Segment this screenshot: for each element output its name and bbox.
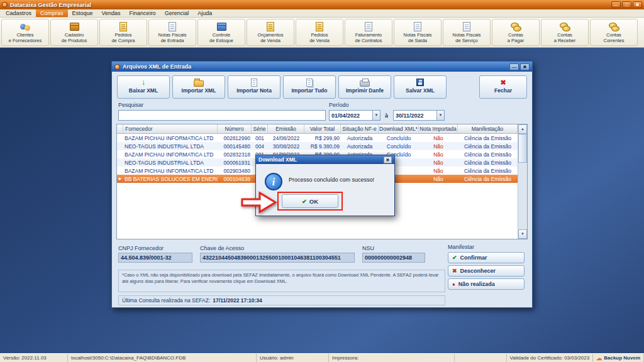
status-printer: Impressora: [329, 354, 455, 362]
importar-xml-button[interactable]: Importar XML [172, 75, 225, 99]
menu-estoque[interactable]: Estoque [68, 9, 97, 17]
scroll-up-icon[interactable]: ▲ [518, 124, 527, 134]
toolbar-button-pedidos-venda[interactable]: Pedidosde Venda [296, 19, 343, 46]
backup-nuvem-button[interactable]: ☁ Backup Nuvem [593, 354, 644, 362]
nao-realizada-button[interactable]: ● Não realizada [448, 278, 525, 290]
header-emissao[interactable]: Emissão [268, 124, 304, 133]
cnpj-label: CNPJ Fornecedor [118, 245, 164, 251]
scrollbar-thumb[interactable] [518, 134, 527, 163]
baixar-xml-button[interactable]: ↓ Baixar XML [117, 75, 170, 99]
status-user: Usuário: admin [257, 354, 329, 362]
confirmar-button[interactable]: ✔ Confirmar [448, 252, 525, 263]
cell-numero: 002832318 [218, 150, 252, 158]
scroll-down-icon[interactable]: ▼ [518, 229, 527, 239]
sefaz-note: *Caso o XML não seja disponibilizado par… [118, 270, 445, 292]
cell-importada: Não [419, 175, 458, 183]
search-input[interactable] [118, 110, 326, 121]
toolbar-button-contas-receber[interactable]: Contasa Receber [541, 19, 589, 46]
toolbar-button-nf-servico[interactable]: Notas Fiscaisde Serviço [443, 19, 491, 46]
circle-icon: ● [452, 282, 455, 287]
menu-cadastros[interactable]: Cadastros [1, 9, 36, 17]
sales-quote-icon [267, 21, 274, 32]
table-row[interactable]: NEO-TAGUS INDUSTRIAL LTDA 000145480 004 … [117, 142, 518, 150]
status-database-path: localhost/3050:C:\Datacaixa_FAQ\BD\BANCO… [68, 354, 257, 362]
app-title: Datacaixa Gestão Empresarial [10, 2, 91, 8]
minimize-button[interactable]: — [611, 1, 621, 8]
products-icon [70, 21, 79, 32]
header-situacao[interactable]: Situação NF-e [341, 124, 379, 133]
window-close-button[interactable]: ✖ [520, 63, 530, 70]
cell-manifestacao: Ciência da Emissão [458, 142, 518, 150]
toolbar-button-nf-entrada[interactable]: Notas Fiscaisde Entrada [148, 19, 196, 46]
fechar-button[interactable]: ✖ Fechar [479, 75, 527, 99]
toolbar-button-clientes-fornecedores[interactable]: Clientese Fornecedores [1, 19, 49, 46]
cell-importada: Não [419, 167, 458, 175]
header-download[interactable]: Download XML* [379, 124, 419, 133]
statusbar: Versão: 2022.11.03 localhost/3050:C:\Dat… [0, 353, 644, 362]
menu-ajuda[interactable]: Ajuda [193, 9, 216, 17]
toolbar-button-orcamentos-venda[interactable]: Orçamentosde Venda [247, 19, 294, 46]
cell-valor: R$ 299,90 [304, 134, 341, 142]
close-button[interactable]: ✖ [633, 1, 642, 8]
table-header-row: Fornecedor Número Série Emissão Valor To… [117, 124, 518, 134]
chave-value: 4322104450483900013255001000104638110030… [200, 253, 355, 263]
toolbar-button-controle-estoque[interactable]: Controlede Estoque [197, 19, 245, 46]
window-icon [114, 64, 120, 70]
importar-nota-button[interactable]: Importar Nota [228, 75, 280, 99]
dialog-message: Processo concluído com sucesso! [289, 177, 374, 183]
salvar-xml-button[interactable]: Salvar XML [394, 75, 447, 99]
manifestar-label: Manifestar [448, 244, 530, 250]
period-to-input[interactable]: 30/11/2022 ▼ [393, 110, 445, 121]
cell-numero: 000145480 [218, 142, 252, 150]
cell-numero: 002812990 [218, 134, 252, 142]
status-spacer [455, 354, 507, 362]
periodo-label: Período [329, 102, 349, 108]
header-importada[interactable]: Nota Importada [419, 124, 458, 133]
dialog-close-button[interactable]: ✖ [384, 156, 392, 163]
accounts-icon [609, 21, 619, 32]
cloud-icon: ☁ [596, 355, 602, 361]
toolbar-button-contas-pagar[interactable]: Contasa Pagar [492, 19, 540, 46]
menu-compras[interactable]: Compras [36, 9, 68, 17]
toolbar-button-pedidos-compra[interactable]: Pedidosde Compra [99, 19, 147, 46]
header-numero[interactable]: Número [218, 124, 252, 133]
period-separator: à [385, 112, 388, 119]
importar-tudo-button[interactable]: Importar Tudo [283, 75, 336, 99]
chevron-down-icon[interactable]: ▼ [372, 111, 380, 120]
toolbar-button-nf-saida[interactable]: Notas Fiscaisde Saída [394, 19, 441, 46]
toolbar-button-faturamento-contratos[interactable]: Faturamentode Contratos [345, 19, 392, 46]
annotation-highlight-box: ✔ OK [277, 192, 343, 211]
nsu-value: 000000000002948 [362, 253, 425, 263]
desconhecer-button[interactable]: ✖ Desconhecer [448, 265, 525, 277]
cell-valor: R$ 9.380,09 [304, 142, 341, 150]
header-manifestacao[interactable]: Manifestação [458, 124, 518, 133]
table-row[interactable]: BAZAM PICHAU INFORMATICA LTD 002812990 0… [117, 134, 518, 142]
header-fornecedor[interactable]: Fornecedor [123, 124, 218, 133]
period-from-input[interactable]: 01/04/2022 ▼ [329, 110, 380, 121]
vertical-scrollbar[interactable]: ▲ ▼ [518, 124, 527, 239]
cell-manifestacao: Ciência da Emissão [458, 175, 518, 183]
cell-manifestacao: Ciência da Emissão [458, 167, 518, 175]
cell-fornecedor: NEO-TAGUS INDUSTRIAL LTDA [123, 158, 218, 167]
imprimir-danfe-button[interactable]: Imprimir Danfe [338, 75, 391, 99]
window-minimize-button[interactable]: — [509, 63, 519, 70]
ok-button[interactable]: ✔ OK [282, 194, 338, 208]
document-icon [251, 78, 257, 87]
cell-download: Concluído [379, 134, 419, 142]
payables-icon [511, 21, 521, 32]
cell-serie: 001 [252, 134, 268, 142]
manifestar-panel: Manifestar ✔ Confirmar ✖ Desconhecer ● N… [448, 244, 530, 290]
last-query-value: 17/11/2022 17:10:34 [213, 297, 262, 304]
menu-vendas[interactable]: Vendas [97, 9, 125, 17]
status-version: Versão: 2022.11.03 [0, 354, 68, 362]
receivables-icon [560, 21, 570, 32]
maximize-button[interactable]: □ [622, 1, 631, 8]
menu-financeiro[interactable]: Financeiro [125, 9, 160, 17]
header-valor[interactable]: Valor Total [304, 124, 341, 133]
header-serie[interactable]: Série [252, 124, 268, 133]
toolbar-button-contas-correntes[interactable]: ContasCorrentes [590, 19, 638, 46]
toolbar-button-cadastro-produtos[interactable]: Cadastrode Produtos [50, 19, 98, 46]
menu-gerencial[interactable]: Gerencial [160, 9, 194, 17]
cell-fornecedor: BAZAM PICHAU INFORMATICA LTD [123, 134, 218, 142]
chevron-down-icon[interactable]: ▼ [436, 111, 444, 120]
